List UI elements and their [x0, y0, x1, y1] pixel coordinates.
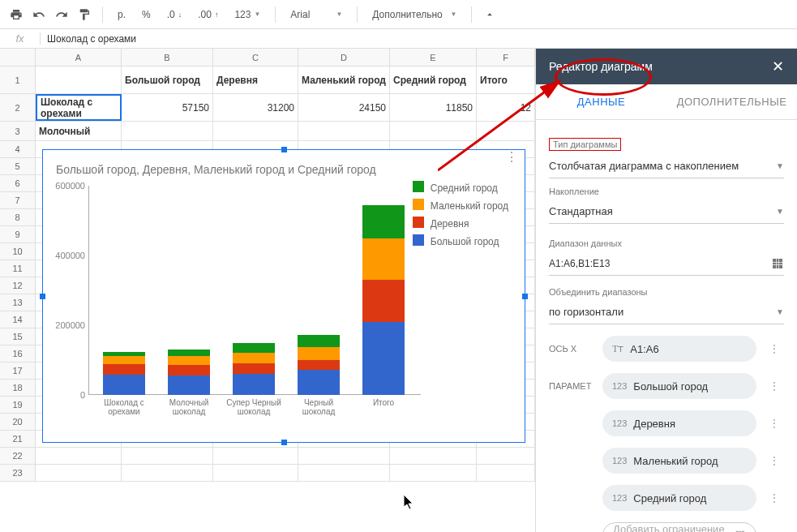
resize-handle[interactable] — [522, 294, 528, 299]
cell[interactable] — [36, 465, 122, 481]
close-icon[interactable]: ✕ — [772, 58, 784, 75]
pill-menu-icon[interactable]: ⋮ — [765, 455, 784, 466]
pill-menu-icon[interactable]: ⋮ — [765, 380, 784, 392]
col-header-B[interactable]: B — [122, 49, 213, 66]
row-header[interactable]: 11 — [0, 260, 36, 277]
more-formats-button[interactable]: Дополнительно▼ — [366, 5, 463, 24]
series-pill[interactable]: 123Маленький город — [602, 448, 756, 474]
pill-menu-icon[interactable]: ⋮ — [765, 492, 784, 504]
cell[interactable] — [36, 66, 122, 93]
cell[interactable] — [298, 448, 390, 464]
row-header[interactable]: 18 — [0, 380, 36, 396]
merge-ranges-dropdown[interactable]: по горизонтали▼ — [549, 300, 784, 324]
col-header-A[interactable]: A — [36, 49, 122, 66]
resize-handle[interactable] — [281, 440, 287, 445]
selected-cell[interactable]: Шоколад с орехами — [36, 94, 122, 121]
cell[interactable] — [213, 448, 298, 464]
row-header[interactable]: 12 — [0, 277, 36, 294]
col-header-E[interactable]: E — [390, 49, 477, 66]
row-header[interactable]: 17 — [0, 363, 36, 379]
cell[interactable]: Средний город — [390, 66, 477, 93]
col-header-F[interactable]: F — [477, 49, 535, 66]
data-range-input[interactable]: A1:A6,B1:E13 — [549, 251, 784, 276]
resize-handle[interactable] — [281, 147, 287, 152]
row-header[interactable]: 13 — [0, 294, 36, 311]
cell[interactable] — [213, 122, 298, 140]
tab-customize[interactable]: ДОПОЛНИТЕЛЬНЫЕ — [666, 84, 797, 119]
row-header[interactable]: 19 — [0, 397, 36, 413]
font-selector[interactable]: Arial▼ — [284, 5, 349, 24]
cell[interactable] — [477, 448, 535, 464]
row-header[interactable]: 1 — [0, 66, 36, 93]
stacking-dropdown[interactable]: Стандартная▼ — [549, 200, 784, 224]
xaxis-pill[interactable]: Tᴛ A1:A6 — [602, 336, 756, 362]
pill-menu-icon[interactable]: ⋮ — [765, 343, 784, 354]
series-pill[interactable]: 123Деревня — [602, 410, 756, 436]
row-header[interactable]: 2 — [0, 94, 36, 121]
cell[interactable] — [122, 448, 213, 464]
cell[interactable] — [390, 465, 477, 481]
redo-icon[interactable] — [52, 5, 71, 24]
x-tick-label: Итого — [354, 398, 413, 407]
row-header[interactable]: 5 — [0, 158, 36, 174]
row-header[interactable]: 22 — [0, 448, 36, 464]
series-pill[interactable]: 123Большой город — [602, 373, 756, 399]
cell[interactable] — [213, 465, 298, 481]
tab-data[interactable]: ДАННЫЕ — [536, 84, 666, 119]
row-header[interactable]: 16 — [0, 345, 36, 362]
row-header[interactable]: 7 — [0, 192, 36, 208]
cell[interactable]: Молочный — [36, 122, 122, 140]
row-header[interactable]: 15 — [0, 328, 36, 345]
chart-object[interactable]: ⋮ Большой город, Деревня, Маленький горо… — [42, 149, 525, 443]
print-icon[interactable] — [6, 5, 26, 24]
row-header[interactable]: 6 — [0, 175, 36, 191]
cell[interactable]: 24150 — [298, 94, 390, 121]
cell[interactable] — [390, 448, 477, 464]
row-header[interactable]: 3 — [0, 122, 36, 140]
cell[interactable]: Деревня — [213, 66, 298, 93]
cell[interactable] — [390, 122, 477, 140]
toolbar-overflow-icon[interactable] — [480, 5, 499, 24]
cell[interactable]: Большой город — [122, 66, 213, 93]
chart-type-dropdown[interactable]: Столбчатая диаграмма с накоплением▼ — [549, 154, 784, 178]
cell[interactable] — [477, 465, 535, 481]
cell[interactable]: Маленький город — [298, 66, 390, 93]
currency-format-button[interactable]: р. — [111, 5, 132, 24]
series-pill[interactable]: 123Средний город — [602, 485, 756, 511]
undo-icon[interactable] — [29, 5, 49, 24]
chart-menu-icon[interactable]: ⋮ — [505, 155, 518, 160]
cell[interactable]: 57150 — [122, 94, 213, 121]
number-format-button[interactable]: 123▼ — [228, 5, 267, 24]
formula-input[interactable]: Шоколад с орехами — [41, 33, 797, 45]
pill-menu-icon[interactable]: ⋮ — [765, 418, 784, 429]
cell[interactable] — [122, 122, 213, 140]
row-header[interactable]: 14 — [0, 311, 36, 328]
row-header[interactable]: 8 — [0, 209, 36, 225]
cell[interactable]: 31200 — [213, 94, 298, 121]
row-header[interactable]: 9 — [0, 226, 36, 242]
percent-format-button[interactable]: % — [135, 5, 157, 24]
paint-format-icon[interactable] — [75, 5, 94, 24]
row-header[interactable]: 10 — [0, 243, 36, 260]
row-header[interactable]: 21 — [0, 431, 36, 447]
cell[interactable] — [298, 122, 390, 140]
cell[interactable]: Итого — [477, 66, 535, 93]
cell[interactable] — [298, 465, 390, 481]
add-series-button[interactable]: Добавить ограничение "П... — [602, 522, 756, 532]
decrease-decimal-button[interactable]: .0↓ — [161, 5, 189, 24]
col-header-C[interactable]: C — [213, 49, 298, 66]
select-all-corner[interactable] — [0, 49, 36, 66]
col-header-D[interactable]: D — [298, 49, 390, 66]
cell[interactable] — [477, 122, 535, 140]
row-header[interactable]: 20 — [0, 414, 36, 430]
cell[interactable] — [36, 448, 122, 464]
text-type-icon: Tᴛ — [612, 343, 623, 355]
cell[interactable]: 11850 — [390, 94, 477, 121]
row-header[interactable]: 4 — [0, 141, 36, 157]
grid-icon[interactable] — [771, 257, 784, 270]
cell[interactable]: 12 — [477, 94, 535, 121]
resize-handle[interactable] — [40, 294, 45, 299]
row-header[interactable]: 23 — [0, 465, 36, 481]
cell[interactable] — [122, 465, 213, 481]
increase-decimal-button[interactable]: .00↑ — [191, 5, 225, 24]
